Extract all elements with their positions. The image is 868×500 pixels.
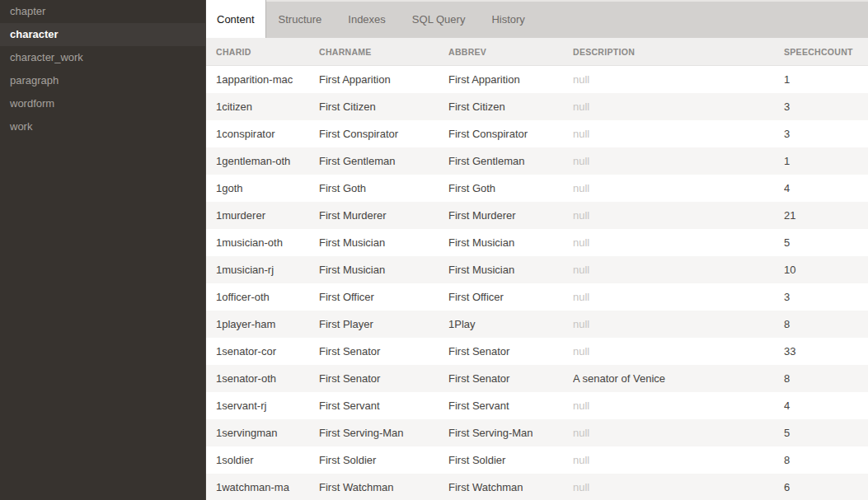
cell-speechcount: 33 <box>784 338 868 365</box>
cell-description: null <box>573 283 784 311</box>
cell-charname: First Serving-Man <box>319 419 448 446</box>
cell-description: null <box>573 202 784 229</box>
cell-charid: 1officer-oth <box>216 283 319 311</box>
cell-speechcount: 3 <box>784 283 868 311</box>
table-row[interactable]: 1senator-othFirst SenatorFirst SenatorA … <box>206 365 868 392</box>
cell-charname: First Musician <box>319 229 448 256</box>
column-header-charname[interactable]: CHARNAME <box>319 38 448 65</box>
cell-charname: First Officer <box>319 283 448 311</box>
sidebar-item-wordform[interactable]: wordform <box>0 92 205 115</box>
cell-charname: First Apparition <box>319 66 448 93</box>
table-row[interactable]: 1conspiratorFirst ConspiratorFirst Consp… <box>206 120 868 147</box>
cell-speechcount: 5 <box>784 419 868 446</box>
table-row[interactable]: 1officer-othFirst OfficerFirst Officernu… <box>206 283 868 311</box>
table-row[interactable]: 1soldierFirst SoldierFirst Soldiernull8 <box>206 446 868 474</box>
cell-abbrev: First Soldier <box>448 446 573 474</box>
sidebar-item-work[interactable]: work <box>0 115 205 138</box>
tab-history[interactable]: History <box>478 0 537 38</box>
cell-charid: 1watchman-ma <box>216 474 319 500</box>
column-header-description[interactable]: DESCRIPTION <box>573 38 784 65</box>
cell-charid: 1player-ham <box>216 311 319 338</box>
cell-charid: 1soldier <box>216 446 319 474</box>
sidebar-item-character-work[interactable]: character_work <box>0 46 205 69</box>
cell-charid: 1gentleman-oth <box>216 147 319 175</box>
cell-charid: 1musician-oth <box>216 229 319 256</box>
cell-description: null <box>573 147 784 175</box>
cell-charid: 1citizen <box>216 93 319 120</box>
table-row[interactable]: 1servingmanFirst Serving-ManFirst Servin… <box>206 419 868 446</box>
column-header-abbrev[interactable]: ABBREV <box>448 38 573 65</box>
cell-description: null <box>573 419 784 446</box>
table-row[interactable]: 1servant-rjFirst ServantFirst Servantnul… <box>206 392 868 419</box>
sidebar-item-chapter[interactable]: chapter <box>0 0 205 23</box>
cell-charid: 1goth <box>216 175 319 202</box>
table-row[interactable]: 1musician-rjFirst MusicianFirst Musician… <box>206 256 868 283</box>
table-row[interactable]: 1gentleman-othFirst GentlemanFirst Gentl… <box>206 147 868 175</box>
cell-speechcount: 4 <box>784 175 868 202</box>
tab-indexes[interactable]: Indexes <box>335 0 399 38</box>
cell-abbrev: First Conspirator <box>448 120 573 147</box>
cell-charname: First Senator <box>319 365 448 392</box>
main-panel: ContentStructureIndexesSQL QueryHistory … <box>206 0 868 500</box>
cell-abbrev: First Murderer <box>448 202 573 229</box>
sidebar-item-character[interactable]: character <box>0 23 205 46</box>
cell-charname: First Soldier <box>319 446 448 474</box>
cell-abbrev: First Musician <box>448 256 573 283</box>
cell-description: null <box>573 175 784 202</box>
tab-sql-query[interactable]: SQL Query <box>399 0 479 38</box>
cell-charname: First Goth <box>319 175 448 202</box>
table-header-row: CHARIDCHARNAMEABBREVDESCRIPTIONSPEECHCOU… <box>206 38 868 66</box>
cell-description: A senator of Venice <box>573 365 784 392</box>
cell-description: null <box>573 256 784 283</box>
table-row[interactable]: 1player-hamFirst Player1Playnull8 <box>206 311 868 338</box>
column-header-charid[interactable]: CHARID <box>216 38 319 65</box>
cell-charid: 1servant-rj <box>216 392 319 419</box>
cell-charname: First Watchman <box>319 474 448 500</box>
tab-bar: ContentStructureIndexesSQL QueryHistory <box>206 0 868 38</box>
column-header-speechcount[interactable]: SPEECHCOUNT <box>784 38 868 65</box>
cell-description: null <box>573 392 784 419</box>
table-row[interactable]: 1apparition-macFirst ApparitionFirst App… <box>206 66 868 93</box>
cell-charname: First Musician <box>319 256 448 283</box>
cell-speechcount: 4 <box>784 392 868 419</box>
cell-charname: First Murderer <box>319 202 448 229</box>
cell-charid: 1musician-rj <box>216 256 319 283</box>
cell-charid: 1senator-oth <box>216 365 319 392</box>
cell-charname: First Citizen <box>319 93 448 120</box>
table-row[interactable]: 1musician-othFirst MusicianFirst Musicia… <box>206 229 868 256</box>
cell-abbrev: First Serving-Man <box>448 419 573 446</box>
cell-speechcount: 8 <box>784 365 868 392</box>
cell-abbrev: First Servant <box>448 392 573 419</box>
cell-abbrev: First Senator <box>448 365 573 392</box>
table-row[interactable]: 1senator-corFirst SenatorFirst Senatornu… <box>206 338 868 365</box>
cell-charid: 1apparition-mac <box>216 66 319 93</box>
cell-speechcount: 1 <box>784 147 868 175</box>
cell-description: null <box>573 474 784 500</box>
table-row[interactable]: 1gothFirst GothFirst Gothnull4 <box>206 175 868 202</box>
cell-speechcount: 5 <box>784 229 868 256</box>
table-row[interactable]: 1citizenFirst CitizenFirst Citizennull3 <box>206 93 868 120</box>
cell-abbrev: First Gentleman <box>448 147 573 175</box>
cell-description: null <box>573 120 784 147</box>
cell-charname: First Gentleman <box>319 147 448 175</box>
cell-description: null <box>573 311 784 338</box>
table-row[interactable]: 1murdererFirst MurdererFirst Murderernul… <box>206 202 868 229</box>
cell-description: null <box>573 66 784 93</box>
cell-charid: 1conspirator <box>216 120 319 147</box>
cell-description: null <box>573 338 784 365</box>
tab-structure[interactable]: Structure <box>265 0 335 38</box>
cell-abbrev: First Watchman <box>448 474 573 500</box>
cell-description: null <box>573 229 784 256</box>
table-body: 1apparition-macFirst ApparitionFirst App… <box>206 66 868 500</box>
cell-speechcount: 3 <box>784 120 868 147</box>
table-row[interactable]: 1watchman-maFirst WatchmanFirst Watchman… <box>206 474 868 500</box>
cell-speechcount: 6 <box>784 474 868 500</box>
cell-charid: 1senator-cor <box>216 338 319 365</box>
tab-content[interactable]: Content <box>206 0 265 38</box>
cell-abbrev: 1Play <box>448 311 573 338</box>
sidebar-item-paragraph[interactable]: paragraph <box>0 69 205 92</box>
cell-abbrev: First Senator <box>448 338 573 365</box>
cell-speechcount: 1 <box>784 66 868 93</box>
cell-speechcount: 21 <box>784 202 868 229</box>
cell-description: null <box>573 93 784 120</box>
